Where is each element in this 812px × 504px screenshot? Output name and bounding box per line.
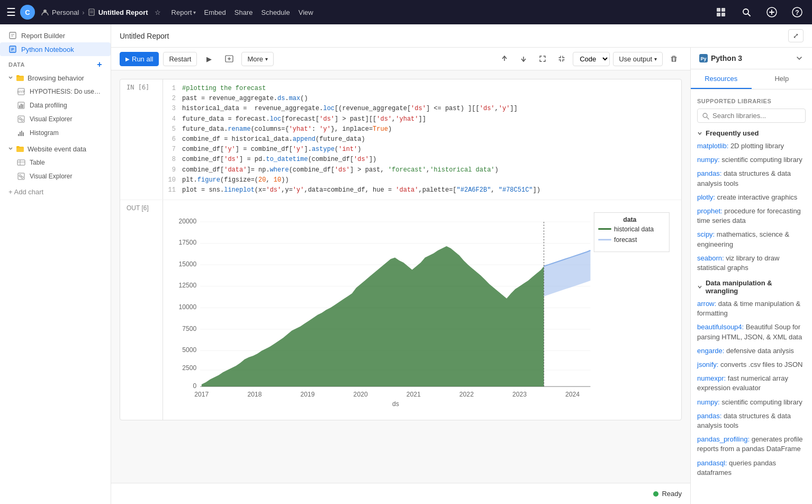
sidebar-item-report-builder[interactable]: Report Builder [0, 29, 111, 42]
nav-share[interactable]: Share [234, 8, 253, 16]
chevron-down-icon-4 [697, 131, 702, 136]
tab-help[interactable]: Help [752, 69, 813, 89]
search-icon[interactable] [738, 4, 755, 21]
website-children: Table Visual Explorer [4, 156, 111, 183]
code-line-7: 7combine_df['y'] = combine_df['y'].astyp… [167, 145, 677, 155]
sidebar-item-visual-explorer-2[interactable]: Visual Explorer [4, 169, 111, 183]
code-cell: IN [6] 1#plotting the forecast 2past = r… [120, 79, 682, 420]
code-line-4: 4future_data = forecast.loc[forecast['ds… [167, 114, 677, 124]
library-search-box[interactable] [697, 109, 806, 123]
library-name-pandas-profiling[interactable]: pandas_profiling: [697, 435, 750, 443]
report-builder-icon [8, 31, 17, 40]
library-pandas-2: pandas: data structures & data analysis … [697, 411, 806, 430]
library-search-input[interactable] [712, 112, 801, 120]
svg-rect-26 [21, 104, 22, 108]
restart-button[interactable]: Restart [163, 52, 197, 66]
star-icon[interactable]: ☆ [155, 8, 161, 16]
cell-input: IN [6] 1#plotting the forecast 2past = r… [120, 79, 681, 200]
svg-rect-15 [10, 32, 16, 39]
python-icon: P [8, 45, 17, 53]
nav-report[interactable]: Report ▾ [172, 8, 196, 16]
library-name-beautifulsoup4[interactable]: beautifulsoup4: [697, 323, 744, 331]
library-name-scipy[interactable]: scipy: [697, 230, 715, 238]
library-name-arrow[interactable]: arrow: [697, 300, 716, 308]
library-name-numexpr[interactable]: numexpr: [697, 374, 726, 382]
sidebar-item-data-profiling[interactable]: Data profiling [4, 98, 111, 112]
library-name-plotly[interactable]: plotly: [697, 193, 715, 201]
library-pandas-profiling: pandas_profiling: generates profile repo… [697, 435, 806, 454]
svg-text:historical data: historical data [614, 226, 654, 233]
svg-text:forecast: forecast [614, 236, 637, 244]
library-name-pandasql[interactable]: pandasql: [697, 459, 727, 467]
add-cell-button[interactable] [221, 51, 237, 67]
expand-button[interactable]: ⤢ [788, 29, 804, 42]
category-header-frequently-used[interactable]: Frequently used [697, 129, 806, 137]
library-numexpr: numexpr: fast numerical array expression… [697, 374, 806, 393]
data-profiling-icon [17, 101, 25, 110]
delete-cell-button[interactable] [666, 51, 682, 67]
use-output-button[interactable]: Use output ▾ [613, 52, 663, 66]
python-badge: Py Python 3 [699, 54, 742, 62]
notebook-toolbar: ▶ Run all Restart ▶ More ▾ [111, 48, 690, 70]
library-name-numpy-2[interactable]: numpy: [697, 398, 720, 406]
sidebar-item-histogram[interactable]: Histogram [4, 126, 111, 140]
svg-rect-33 [21, 131, 22, 136]
sidebar-item-visual-explorer-1[interactable]: Visual Explorer [4, 112, 111, 126]
sidebar-item-python-notebook[interactable]: P Python Notebook [0, 42, 111, 56]
chevron-down-icon-3[interactable] [795, 54, 804, 62]
svg-point-40 [19, 175, 21, 177]
library-desc-plotly: create interactive graphics [717, 193, 798, 201]
library-name-engarde[interactable]: engarde: [697, 347, 724, 355]
browsing-group-header[interactable]: Browsing behavior [0, 71, 111, 85]
nav-schedule[interactable]: Schedule [261, 8, 290, 16]
library-name-seaborn[interactable]: seaborn: [697, 254, 724, 262]
library-name-matplotlib[interactable]: matplotlib: [697, 142, 728, 150]
help-icon[interactable]: ? [789, 4, 806, 21]
chevron-down-icon-5 [697, 284, 702, 290]
cell-type-select[interactable]: Code [573, 52, 610, 66]
svg-text:7500: 7500 [182, 325, 196, 332]
add-chart-button[interactable]: + Add chart [0, 185, 111, 199]
nav-embed[interactable]: Embed [204, 8, 226, 16]
expand-cell-button[interactable] [535, 51, 551, 67]
category-header-data-manipulation[interactable]: Data manipulation & wrangling [697, 279, 806, 295]
add-data-button[interactable]: + [97, 60, 102, 69]
add-icon[interactable] [763, 4, 780, 21]
library-plotly: plotly: create interactive graphics [697, 193, 806, 202]
library-name-numpy-1[interactable]: numpy: [697, 156, 720, 164]
more-button[interactable]: More ▾ [241, 52, 274, 66]
tab-resources[interactable]: Resources [691, 69, 752, 89]
library-desc-jsonify: converts .csv files to JSON [720, 361, 802, 368]
library-name-pandas-1[interactable]: pandas: [697, 169, 721, 177]
library-name-prophet[interactable]: prophet: [697, 207, 723, 215]
run-all-button[interactable]: ▶ Run all [120, 52, 159, 66]
code-line-3: 3historical_data = revenue_aggregate.loc… [167, 104, 677, 114]
play-button[interactable]: ▶ [201, 51, 217, 67]
line-chart: data historical data forecast 20000 1750… [172, 209, 673, 410]
right-panel-content: SUPPORTED LIBRARIES Frequently used matp… [691, 89, 812, 504]
library-desc-numpy-1: scientific computing library [721, 156, 802, 164]
category-frequently-used: Frequently used matplotlib: 2D plotting … [697, 129, 806, 273]
svg-point-41 [21, 176, 23, 178]
sidebar-item-table[interactable]: Table [4, 156, 111, 169]
collapse-cell-button[interactable] [554, 51, 570, 67]
library-name-pandas-2[interactable]: pandas: [697, 412, 721, 420]
sidebar-item-hypothesis[interactable]: HYP HYPOTHESIS: Do users go... [4, 85, 111, 98]
main-layout: Report Builder P Python Notebook DATA + … [0, 24, 812, 504]
library-matplotlib: matplotlib: 2D plotting library [697, 141, 806, 151]
library-name-jsonify[interactable]: jsonify: [697, 361, 718, 368]
top-bar-right: ? [712, 4, 806, 21]
cell-code[interactable]: 1#plotting the forecast 2past = revenue_… [163, 79, 681, 200]
grid-icon[interactable] [712, 4, 729, 21]
svg-rect-35 [16, 147, 24, 152]
svg-point-83 [703, 113, 707, 118]
svg-rect-1 [89, 9, 94, 15]
move-up-button[interactable] [497, 51, 512, 67]
move-down-button[interactable] [516, 51, 531, 67]
report-name[interactable]: Untitled Report [98, 8, 148, 16]
svg-rect-31 [18, 134, 19, 136]
nav-view[interactable]: View [299, 8, 313, 16]
menu-icon[interactable]: ☰ [6, 6, 16, 19]
website-group-header[interactable]: Website event data [0, 142, 111, 156]
second-bar-right: ⤢ [788, 29, 804, 42]
